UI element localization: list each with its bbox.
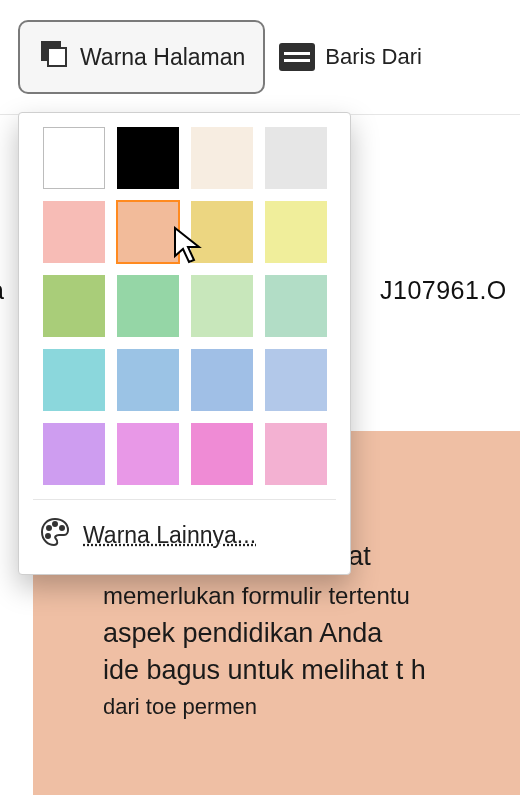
line-spacing-icon (279, 43, 315, 71)
svg-rect-1 (48, 48, 66, 66)
color-swatch[interactable] (117, 275, 179, 337)
svg-point-5 (46, 534, 50, 538)
line-from-button[interactable]: Baris Dari (279, 43, 422, 71)
color-swatch[interactable] (43, 349, 105, 411)
doc-text-line: aspek pendidikan Anda (103, 618, 520, 649)
color-swatch[interactable] (117, 201, 179, 263)
color-swatch[interactable] (117, 127, 179, 189)
more-colors-label: Warna Lainnya... (83, 522, 256, 549)
doc-left-fragment: a (0, 276, 4, 305)
doc-text-line: dari toe permen (103, 694, 520, 720)
page-color-button[interactable]: Warna Halaman (18, 20, 265, 94)
color-swatch[interactable] (265, 201, 327, 263)
page-color-dropdown: Warna Lainnya... (18, 112, 351, 575)
page-color-label: Warna Halaman (80, 44, 245, 71)
more-colors-item[interactable]: Warna Lainnya... (33, 499, 336, 568)
color-swatch[interactable] (191, 201, 253, 263)
color-swatch[interactable] (265, 423, 327, 485)
color-swatch[interactable] (43, 201, 105, 263)
color-swatch[interactable] (43, 423, 105, 485)
color-swatch[interactable] (43, 127, 105, 189)
color-swatch[interactable] (117, 349, 179, 411)
color-swatch[interactable] (191, 423, 253, 485)
color-swatch[interactable] (265, 127, 327, 189)
color-swatch[interactable] (117, 423, 179, 485)
color-swatch-grid (33, 127, 336, 485)
color-swatch[interactable] (265, 349, 327, 411)
svg-point-3 (53, 522, 57, 526)
color-swatch[interactable] (265, 275, 327, 337)
page-stack-icon (38, 38, 70, 76)
doc-text-line: ide bagus untuk melihat t h (103, 655, 520, 686)
doc-filename-fragment: J107961.O (380, 276, 507, 305)
color-swatch[interactable] (191, 127, 253, 189)
svg-point-4 (60, 526, 64, 530)
color-swatch[interactable] (191, 349, 253, 411)
toolbar: Warna Halaman Baris Dari (0, 0, 520, 115)
doc-text-line: memerlukan formulir tertentu (103, 582, 520, 610)
palette-icon (39, 516, 71, 554)
line-from-label: Baris Dari (325, 44, 422, 70)
svg-point-2 (47, 526, 51, 530)
color-swatch[interactable] (43, 275, 105, 337)
color-swatch[interactable] (191, 275, 253, 337)
